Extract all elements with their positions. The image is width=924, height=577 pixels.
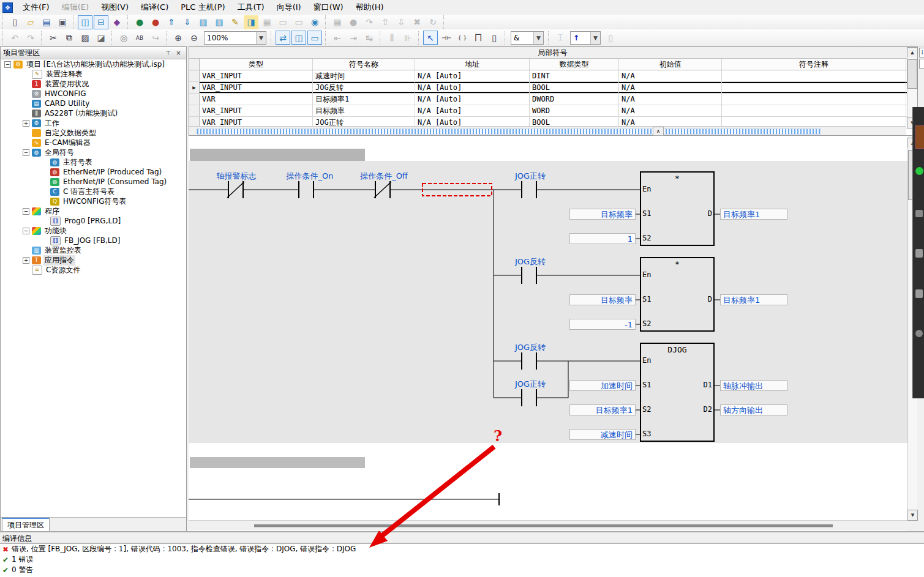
symbol-cell[interactable]: VAR_INPUT [200,105,313,116]
new-file-icon[interactable]: ▯ [7,15,22,29]
tree-item-prog0[interactable]: []Prog0 [PRG,LD] [1,216,186,226]
symbol-cell[interactable] [722,105,906,116]
symbol-cell[interactable]: JOG反转 [313,82,415,93]
redo-icon[interactable]: ↷ [23,31,38,45]
compile-message-2[interactable]: ✔1 错误 [0,554,924,565]
undo-icon[interactable]: ↶ [7,31,22,45]
block-tool-icon[interactable]: ▯ [487,31,501,45]
contact-label[interactable]: JOG反转 [494,342,567,353]
operand-input[interactable]: 目标频率1 [569,404,636,415]
contact-tool-icon[interactable]: ⊣⊢ [439,31,454,45]
menu-item-5[interactable]: PLC 主机(P) [175,0,231,15]
copy-icon[interactable]: ⧉ [62,31,77,45]
online-edit-icon[interactable]: ▥ [212,15,227,29]
contact-label[interactable]: JOG反转 [494,256,567,267]
device-grid-icon[interactable]: ▦ [260,15,274,29]
collapse-caret-icon[interactable]: ∧ [653,127,664,136]
symbol-table-hscrollbar[interactable]: ∧ [189,126,906,135]
tree-item-applied-instructions[interactable]: +T应用指令 [1,255,186,265]
expand-icon[interactable]: + [23,120,29,127]
tree-item-fb-jog[interactable]: []FB_JOG [FB,LD] [1,236,186,245]
contact-label[interactable]: 操作条件_On [273,171,347,182]
tree-item-hwconfig[interactable]: ⚙HWCONFIG [1,89,186,99]
symbol-row-3[interactable]: VAR目标频率1N/A [Auto]DWORDN/A [189,94,916,105]
menu-item-2[interactable]: 编辑(E) [56,0,95,15]
menu-item-8[interactable]: 窗口(W) [307,0,350,15]
contact-label[interactable]: 轴报警标志 [200,171,273,182]
operand-output[interactable]: 轴脉冲输出 [720,380,787,391]
find-icon[interactable]: ◎ [116,31,131,45]
insert-block-icon[interactable]: ▯ [603,31,618,45]
symbol-cell[interactable]: N/A [619,94,722,105]
open-file-icon[interactable]: ▱ [23,15,38,29]
editor-hscrollbar[interactable] [189,520,907,530]
tree-item-eip-produced[interactable]: ◍EtherNet/IP (Produced Tag) [1,167,186,177]
address-view-icon[interactable]: ⇄ [276,31,290,45]
symbol-cell[interactable] [722,82,906,93]
tree-item-global-symbols[interactable]: −◍全局符号 [1,147,186,157]
zoom-in-icon[interactable]: ⊕ [171,31,186,45]
pin-icon[interactable]: ⊤ [163,48,173,58]
tree-item-device-monitor-table[interactable]: ▥装置监控表 [1,245,186,255]
symbol-cell[interactable]: N/A [619,70,722,81]
menu-item-6[interactable]: 工具(T) [231,0,271,15]
symbol-cell[interactable]: N/A [Auto] [415,105,530,116]
close-icon[interactable]: × [173,48,184,58]
block-title[interactable]: * [640,174,714,183]
symbol-cell[interactable]: 减速时间 [313,70,415,81]
contact-label[interactable]: JOG正转 [494,171,567,182]
row-selector[interactable] [189,94,200,105]
layout-bottom-icon[interactable]: ⊟ [94,15,108,29]
break-icon[interactable]: ✖ [410,15,424,29]
tree-item-programs[interactable]: −程序 [1,206,186,216]
menu-item-3[interactable]: 视图(V) [95,0,135,15]
network-above-icon[interactable]: ⫼ [385,31,399,45]
monitor-3-icon[interactable]: ▭ [291,15,306,29]
tree-item-user-defined-types[interactable]: 自定义数据类型 [1,128,186,138]
zoom-combo[interactable]: 100%▼ [204,31,266,45]
cut-icon[interactable]: ✂ [46,31,61,45]
paste-icon[interactable]: ▨ [78,31,92,45]
download-icon[interactable]: ⇓ [180,15,195,29]
symbol-cell[interactable]: N/A [619,105,722,116]
row-selector[interactable] [189,70,200,81]
network-below-icon[interactable]: ⊪ [400,31,415,45]
coil-tool-icon[interactable]: { } [455,31,470,45]
save-icon[interactable]: ▤ [39,15,54,29]
tree-item-function-blocks[interactable]: −功能块 [1,226,186,236]
branch-tool-icon[interactable]: ⨅ [471,31,486,45]
stop-icon[interactable]: ● [148,15,163,29]
symbol-cell[interactable]: BOOL [530,82,619,93]
tree-item-c-resource-file[interactable]: ≡C资源文件 [1,265,186,275]
symbol-row-2[interactable]: ▶VAR_INPUTJOG反转N/A [Auto]BOOLN/A [189,82,916,94]
collapse-icon[interactable]: − [23,149,29,156]
blank-button[interactable] [448,15,468,29]
monitor-eye-icon[interactable]: ◉ [307,15,322,29]
collapse-icon[interactable]: − [4,61,11,68]
editor-hscroll-thumb[interactable] [254,524,833,527]
operand-input[interactable]: -1 [569,319,636,330]
symbol-cell[interactable]: 目标频率 [313,105,415,116]
tree-item-c-symbol-table[interactable]: CC 语言主符号表 [1,187,186,196]
menu-item-7[interactable]: 向导(I) [271,0,307,15]
operand-input[interactable]: 目标频率 [569,294,636,305]
bookmark-next-icon[interactable]: ⇥ [346,31,361,45]
tree-item-project-root[interactable]: −⚙项目 [E:\台达\功能块测试\功能块测试.isp] [1,59,186,69]
row-selector[interactable]: ▶ [189,82,200,93]
contact-label[interactable]: JOG正转 [494,379,567,390]
symbol-cell[interactable]: N/A [Auto] [415,70,530,81]
sim-card-icon[interactable]: ▦ [330,15,345,29]
chevron-down-icon[interactable]: ▼ [256,32,266,44]
select-cursor-icon[interactable]: ↖ [423,31,438,45]
symbol-cell[interactable]: N/A [619,82,722,93]
symbol-table-hscroll-thumb[interactable] [197,128,821,135]
symbol-cell[interactable]: DWORD [530,94,619,105]
bookmark-toggle-icon[interactable]: ↹ [362,31,377,45]
monitor-2-icon[interactable]: ▭ [276,15,290,29]
goto-icon[interactable]: ↪ [148,31,163,45]
upload-icon[interactable]: ⇑ [164,15,179,29]
collapse-icon[interactable]: − [23,228,29,234]
step-out-icon[interactable]: ⇩ [394,15,408,29]
tree-item-tasks[interactable]: +⚙工作 [1,118,186,128]
symbol-combo[interactable]: ↑▼ [570,31,601,45]
